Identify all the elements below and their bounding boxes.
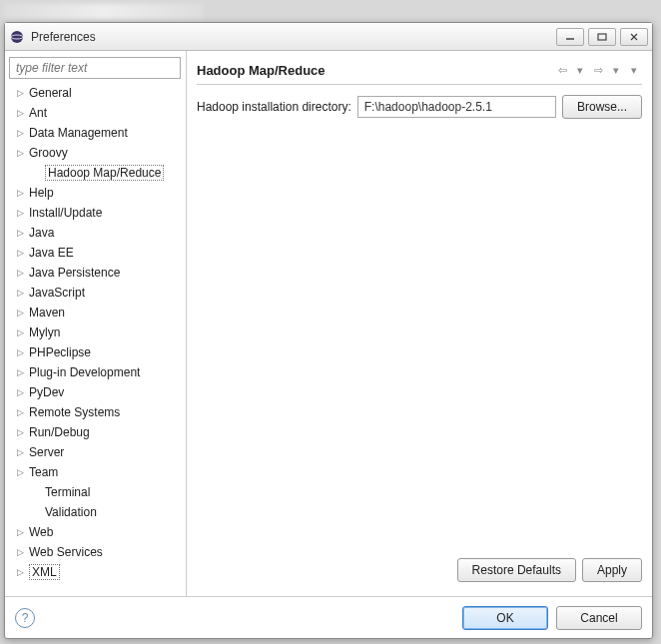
install-dir-row: Hadoop installation directory: Browse... [197,95,642,119]
tree-item[interactable]: ▷PyDev [11,382,182,402]
expand-arrow-icon[interactable]: ▷ [17,228,29,238]
back-menu-icon[interactable]: ▾ [572,63,588,79]
tree-item[interactable]: ▷Help [11,183,182,203]
expand-arrow-icon[interactable]: ▷ [17,88,29,98]
tree-item-label: Remote Systems [29,405,120,419]
tree-item-label: Data Management [29,126,128,140]
tree-item[interactable]: Terminal [11,482,182,502]
cancel-button[interactable]: Cancel [556,606,642,630]
expand-arrow-icon[interactable]: ▷ [17,407,29,417]
expand-arrow-icon[interactable]: ▷ [17,467,29,477]
expand-arrow-icon[interactable]: ▷ [17,268,29,278]
tree-item[interactable]: ▷Server [11,442,182,462]
expand-arrow-icon[interactable]: ▷ [17,547,29,557]
browse-button[interactable]: Browse... [562,95,642,119]
tree-item-label: Java [29,226,54,240]
close-button[interactable] [620,28,648,46]
tree-item-label: PyDev [29,385,64,399]
forward-menu-icon[interactable]: ▾ [608,63,624,79]
tree-item[interactable]: ▷Maven [11,303,182,322]
preferences-tree: ▷General▷Ant▷Data Management▷GroovyHadoo… [9,83,182,590]
svg-rect-3 [598,34,606,40]
tree-item[interactable]: ▷Web [11,522,182,542]
tree-item[interactable]: ▷Java [11,223,182,243]
tree-item[interactable]: ▷Ant [11,103,182,123]
main-panel: Hadoop Map/Reduce ⇦ ▾ ⇨ ▾ ▾ Hadoop insta… [187,51,652,596]
tree-item-label: Help [29,186,54,200]
footer: ? OK Cancel [5,596,652,638]
expand-arrow-icon[interactable]: ▷ [17,208,29,218]
tree-item-label: Validation [45,505,97,519]
tree-item-label: Ant [29,106,47,120]
tree-item[interactable]: ▷Plug-in Development [11,362,182,382]
tree-item-label: General [29,86,72,100]
maximize-button[interactable] [588,28,616,46]
page-title: Hadoop Map/Reduce [197,63,552,78]
filter-input[interactable] [9,57,181,79]
expand-arrow-icon[interactable]: ▷ [17,327,29,337]
expand-arrow-icon[interactable]: ▷ [17,567,29,577]
tree-item[interactable]: Hadoop Map/Reduce [11,163,182,183]
expand-arrow-icon[interactable]: ▷ [17,108,29,118]
tree-item[interactable]: ▷Install/Update [11,203,182,223]
expand-arrow-icon[interactable]: ▷ [17,447,29,457]
tree-item-label: Plug-in Development [29,365,140,379]
expand-arrow-icon[interactable]: ▷ [17,347,29,357]
tree-item[interactable]: ▷Java Persistence [11,263,182,283]
tree-item[interactable]: ▷Mylyn [11,322,182,342]
expand-arrow-icon[interactable]: ▷ [17,387,29,397]
tree-item[interactable]: ▷Data Management [11,123,182,143]
sidebar: ▷General▷Ant▷Data Management▷GroovyHadoo… [5,51,187,596]
tree-item-label: Web [29,525,53,539]
install-dir-input[interactable] [357,96,556,118]
tree-item[interactable]: ▷PHPeclipse [11,342,182,362]
tree-item-label: JavaScript [29,286,85,300]
tree-item-label: Terminal [45,485,90,499]
minimize-button[interactable] [556,28,584,46]
tree-item-label: Install/Update [29,206,102,220]
tree-item[interactable]: ▷Team [11,462,182,482]
tree-item[interactable]: ▷Run/Debug [11,422,182,442]
content-area: ▷General▷Ant▷Data Management▷GroovyHadoo… [5,51,652,596]
tree-item-label: PHPeclipse [29,345,91,359]
expand-arrow-icon[interactable]: ▷ [17,427,29,437]
tree-item-label: Web Services [29,545,103,559]
apply-button[interactable]: Apply [582,558,642,582]
titlebar: Preferences [5,23,652,51]
window-title: Preferences [31,30,552,44]
tree-item-label: Groovy [29,146,68,160]
tree-item-label: Java Persistence [29,266,120,280]
tree-item[interactable]: ▷General [11,83,182,103]
spacer [197,119,642,551]
expand-arrow-icon[interactable]: ▷ [17,288,29,298]
ok-button[interactable]: OK [462,606,548,630]
expand-arrow-icon[interactable]: ▷ [17,248,29,258]
preferences-window: Preferences ▷General▷Ant▷Data Management… [4,22,653,639]
help-icon[interactable]: ? [15,608,35,628]
tree-item-label: Run/Debug [29,425,90,439]
expand-arrow-icon[interactable]: ▷ [17,367,29,377]
background-blur [4,4,204,20]
svg-point-0 [11,31,23,43]
tree-item-label: Team [29,465,58,479]
tree-item[interactable]: ▷Web Services [11,542,182,562]
restore-defaults-button[interactable]: Restore Defaults [457,558,576,582]
install-dir-label: Hadoop installation directory: [197,100,351,114]
tree-item-label: XML [29,564,60,580]
expand-arrow-icon[interactable]: ▷ [17,188,29,198]
tree-item[interactable]: ▷JavaScript [11,283,182,303]
view-menu-icon[interactable]: ▾ [626,63,642,79]
expand-arrow-icon[interactable]: ▷ [17,148,29,158]
expand-arrow-icon[interactable]: ▷ [17,128,29,138]
tree-item[interactable]: ▷XML [11,562,182,582]
tree-item-label: Server [29,445,64,459]
tree-item[interactable]: ▷Java EE [11,243,182,263]
tree-item[interactable]: ▷Groovy [11,143,182,163]
back-icon[interactable]: ⇦ [554,63,570,79]
forward-icon[interactable]: ⇨ [590,63,606,79]
tree-item[interactable]: ▷Remote Systems [11,402,182,422]
tree-item-label: Mylyn [29,325,60,339]
tree-item[interactable]: Validation [11,502,182,522]
expand-arrow-icon[interactable]: ▷ [17,308,29,318]
expand-arrow-icon[interactable]: ▷ [17,527,29,537]
